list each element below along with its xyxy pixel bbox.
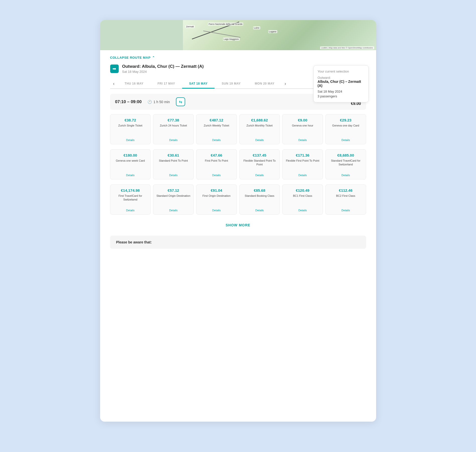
collapse-route-map-link[interactable]: COLLAPSE ROUTE MAP ⌃ xyxy=(110,56,155,59)
map-label-zermatt: Zermatt xyxy=(185,25,195,28)
ticket-name: Standard TravelCard for Switzerland xyxy=(328,159,363,172)
ticket-details-link[interactable]: Details xyxy=(169,174,178,177)
aware-title: Please be aware that: xyxy=(116,240,360,244)
chevron-up-icon: ⌃ xyxy=(152,56,155,59)
ticket-card-0-0: €38.72 Zurich Single Ticket Details xyxy=(110,114,151,144)
ticket-price: €9.00 xyxy=(298,118,307,122)
ticket-card-2-4: €120.49 BC1 First Class Details xyxy=(282,184,323,215)
selection-outward-label: Outward: xyxy=(318,76,364,80)
ticket-price: €29.23 xyxy=(340,118,352,122)
ticket-price: €137.45 xyxy=(253,153,266,157)
ticket-name: Geneva one week Card xyxy=(116,159,145,172)
ticket-details-link[interactable]: Details xyxy=(342,139,350,142)
clock-icon: 🕐 xyxy=(148,100,152,104)
ticket-details-link[interactable]: Details xyxy=(255,139,264,142)
ticket-details-link[interactable]: Details xyxy=(169,139,178,142)
ticket-price: €57.12 xyxy=(168,188,179,192)
ticket-name: Zurich Single Ticket xyxy=(118,124,142,137)
ticket-name: First Point To Point xyxy=(205,159,228,172)
ticket-name: Standard Origin Destination xyxy=(156,194,190,207)
ticket-price: €8,685.00 xyxy=(337,153,354,157)
ticket-details-link[interactable]: Details xyxy=(298,139,307,142)
ticket-name: Zurich Monthly Ticket xyxy=(246,124,273,137)
ticket-price: €77.38 xyxy=(168,118,179,122)
ticket-price: €1,688.62 xyxy=(251,118,268,122)
ticket-name: Flexible Standard Point To Point xyxy=(242,159,277,172)
map-label-verbania: Lago Maggiore xyxy=(223,38,240,41)
ticket-price: €180.00 xyxy=(123,153,137,157)
map-label-park: Parco Nazionale della Val Grande xyxy=(208,23,243,26)
selection-title: Your current selection xyxy=(318,70,364,73)
ticket-details-link[interactable]: Details xyxy=(212,209,221,212)
ticket-details-link[interactable]: Details xyxy=(212,139,221,142)
ticket-price: €14,174.98 xyxy=(121,188,140,192)
ticket-card-2-1: €57.12 Standard Origin Destination Detai… xyxy=(153,184,194,215)
ticket-card-2-3: €85.68 Standard Booking Class Details xyxy=(239,184,280,215)
ticket-card-2-5: €112.46 BC2 First Class Details xyxy=(325,184,366,215)
ticket-price: €38.72 xyxy=(124,118,136,122)
date-next-arrow[interactable]: › xyxy=(282,79,289,88)
ticket-name: Standard Point To Point xyxy=(159,159,188,172)
date-tab-thu[interactable]: THU 16 MAY xyxy=(118,79,151,89)
ticket-details-link[interactable]: Details xyxy=(342,174,350,177)
ticket-card-2-0: €14,174.98 First TravelCard for Switzela… xyxy=(110,184,151,215)
journey-time-range: 07:10 – 09:00 xyxy=(115,99,142,104)
ticket-details-link[interactable]: Details xyxy=(212,174,221,177)
route-date: Sat 18 May 2024 xyxy=(122,70,204,74)
show-more-button[interactable]: SHOW MORE xyxy=(110,220,366,231)
ticket-grid-row1: €38.72 Zurich Single Ticket Details €77.… xyxy=(110,114,366,144)
ticket-details-link[interactable]: Details xyxy=(126,139,135,142)
ticket-card-0-3: €1,688.62 Zurich Monthly Ticket Details xyxy=(239,114,280,144)
content-area: Your current selection Outward: Albula, … xyxy=(100,50,376,259)
ticket-grid-row2: €180.00 Geneva one week Card Details €30… xyxy=(110,149,366,179)
ticket-card-2-2: €91.04 First Origin Destination Details xyxy=(196,184,237,215)
ticket-grid-row3: €14,174.98 First TravelCard for Switzela… xyxy=(110,184,366,215)
ticket-card-1-0: €180.00 Geneva one week Card Details xyxy=(110,149,151,179)
ticket-price: €120.49 xyxy=(296,188,309,192)
date-prev-arrow[interactable]: ‹ xyxy=(110,79,118,88)
ticket-details-link[interactable]: Details xyxy=(169,209,178,212)
date-tab-sun[interactable]: SUN 19 MAY xyxy=(215,79,248,89)
time-info: 07:10 – 09:00 🕐 1 h 50 min ⇆ xyxy=(115,97,185,106)
route-direction-icon: ➡ xyxy=(110,64,119,73)
ticket-details-link[interactable]: Details xyxy=(255,209,264,212)
date-tab-sat[interactable]: SAT 18 MAY xyxy=(182,79,215,89)
ticket-name: First TravelCard for Switzelamd xyxy=(113,194,148,207)
ticket-price: €171.36 xyxy=(296,153,309,157)
date-tab-mon[interactable]: MON 20 MAY xyxy=(248,79,282,89)
ticket-name: First Origin Destination xyxy=(202,194,231,207)
main-card: Zermatt Parco Nazionale della Val Grande… xyxy=(100,20,376,422)
ticket-card-1-2: €47.66 First Point To Point Details xyxy=(196,149,237,179)
map-strip: Zermatt Parco Nazionale della Val Grande… xyxy=(100,20,376,50)
ticket-price: €47.66 xyxy=(211,153,222,157)
ticket-name: Standard Booking Class xyxy=(245,194,274,207)
ticket-details-link[interactable]: Details xyxy=(298,174,307,177)
ticket-details-link[interactable]: Details xyxy=(298,209,307,212)
ticket-name: Zurich 24 hours Ticket xyxy=(160,124,187,137)
ticket-details-link[interactable]: Details xyxy=(126,174,135,177)
ticket-price: €91.04 xyxy=(211,188,222,192)
aware-section: Please be aware that: xyxy=(110,236,366,249)
map-label-lugano: Lugano xyxy=(268,30,277,33)
ticket-details-link[interactable]: Details xyxy=(255,174,264,177)
map-attribution: Leaflet | Map data and tiles © OpenStree… xyxy=(320,46,374,49)
ticket-price: €85.68 xyxy=(254,188,265,192)
ticket-name: BC1 First Class xyxy=(293,194,312,207)
selection-route: Albula, Chur (C) – Zermatt (A) xyxy=(318,80,364,88)
ticket-card-1-3: €137.45 Flexible Standard Point To Point… xyxy=(239,149,280,179)
journey-duration: 🕐 1 h 50 min xyxy=(148,100,170,104)
map-label-luino: Luino xyxy=(253,26,260,29)
selection-passengers: 3 passengers xyxy=(318,94,364,98)
ticket-details-link[interactable]: Details xyxy=(342,209,350,212)
ticket-card-1-5: €8,685.00 Standard TravelCard for Switze… xyxy=(325,149,366,179)
transfer-button[interactable]: ⇆ xyxy=(176,97,185,106)
ticket-card-0-2: €487.12 Zurich Weekly Ticket Details xyxy=(196,114,237,144)
route-title: Outward: Albula, Chur (C) — Zermatt (A) xyxy=(122,64,204,69)
collapse-link-text: COLLAPSE ROUTE MAP xyxy=(110,56,151,59)
map-background: Zermatt Parco Nazionale della Val Grande… xyxy=(183,20,376,50)
ticket-details-link[interactable]: Details xyxy=(126,209,135,212)
ticket-card-0-4: €9.00 Geneva one hour Details xyxy=(282,114,323,144)
ticket-price: €487.12 xyxy=(210,118,223,122)
date-tab-fri[interactable]: FRI 17 MAY xyxy=(151,79,182,89)
ticket-price: €30.61 xyxy=(168,153,179,157)
